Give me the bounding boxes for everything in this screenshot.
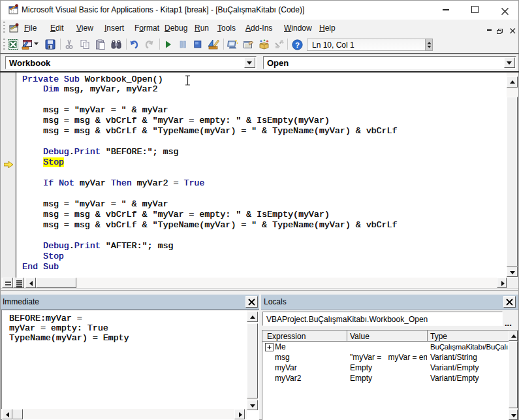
svg-text:?: ? bbox=[295, 41, 300, 49]
